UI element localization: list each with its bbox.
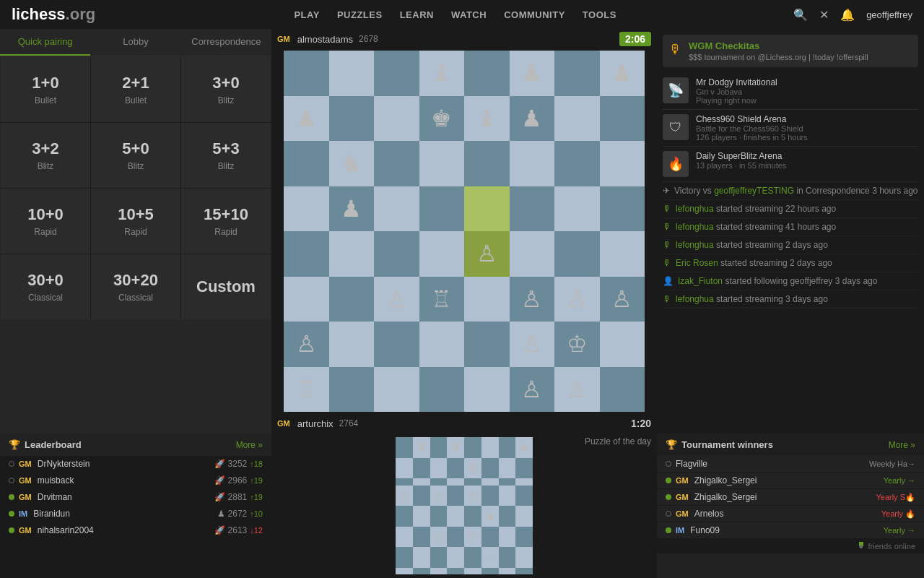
psq xyxy=(396,506,413,527)
list-item[interactable]: GM nihalsarin2004 🚀 2613 ↓12 xyxy=(0,522,271,539)
square-d4 xyxy=(419,231,465,277)
time-30-0[interactable]: 30+0Classical xyxy=(1,254,90,319)
psq: ♛ xyxy=(464,458,481,479)
time-15-10[interactable]: 15+10Rapid xyxy=(181,189,271,254)
time-10-0[interactable]: 10+0Rapid xyxy=(1,189,90,254)
leaderboard-more[interactable]: More » xyxy=(236,440,263,450)
username[interactable]: geoffjeffrey xyxy=(866,9,912,20)
square-d5 xyxy=(419,186,465,232)
activity-link[interactable]: lefonghua xyxy=(676,204,714,214)
main-area: Quick pairing Lobby Correspondence 1+0Bu… xyxy=(0,29,924,578)
list-item[interactable]: Flagville Weekly Ha→ xyxy=(657,456,924,473)
square-a2: ♙ xyxy=(284,322,329,367)
puzzle-area: Puzzle of the day ♜ ♜ ♚ ♛ xyxy=(271,434,657,578)
time-2-1[interactable]: 2+1Bullet xyxy=(91,57,180,122)
player-top-title: GM xyxy=(277,35,290,43)
list-item[interactable]: IM Funo09 Yearly → xyxy=(657,522,924,539)
square-g6 xyxy=(554,141,600,186)
psq xyxy=(396,478,413,486)
time-5-3[interactable]: 5+3Blitz xyxy=(181,123,271,188)
logo[interactable]: lichess.org xyxy=(12,5,95,24)
stream-title: Daily SuperBlitz Arena xyxy=(696,151,918,161)
player-title: GM xyxy=(19,460,32,468)
time-3-0[interactable]: 3+0Blitz xyxy=(181,57,271,122)
time-5-0[interactable]: 5+0Blitz xyxy=(91,123,180,188)
list-item[interactable]: GM muisback 🚀 2966 ↑19 xyxy=(0,473,271,489)
stream-title: Mr Dodgy Invitational xyxy=(696,77,918,87)
activity-link[interactable]: Izak_Fiuton xyxy=(678,276,723,286)
psq xyxy=(481,568,499,575)
activity-link[interactable]: lefonghua xyxy=(676,240,714,250)
tw-prize: Yearly 🔥 xyxy=(881,509,915,519)
activity-link[interactable]: lefonghua xyxy=(676,294,714,304)
square-e3 xyxy=(464,277,510,322)
stream-avatar: 🔥 xyxy=(663,151,689,177)
psq xyxy=(413,486,430,506)
psq xyxy=(430,478,448,486)
square-b5: ♟ xyxy=(329,186,375,232)
stream-item-2[interactable]: 🔥 Daily SuperBlitz Arena 13 players · in… xyxy=(663,147,918,182)
psq xyxy=(499,527,516,548)
tw-title: 🏆 Tournament winners xyxy=(666,439,773,450)
status-dot xyxy=(9,527,14,533)
featured-stream-name[interactable]: WGM Checkitas xyxy=(689,40,868,51)
stream-sub1: Battle for the Chess960 Shield xyxy=(696,124,918,133)
square-c5 xyxy=(374,186,419,232)
activity-link[interactable]: geoffjeffreyTESTING xyxy=(714,186,794,196)
psq xyxy=(430,568,448,575)
puzzle-board[interactable]: ♜ ♜ ♚ ♛ xyxy=(396,437,533,574)
tw-more[interactable]: More » xyxy=(889,440,915,450)
stream-item-1[interactable]: 🛡 Chess960 Shield Arena Battle for the C… xyxy=(663,110,918,147)
online-dot-icon: ● xyxy=(859,542,863,546)
time-3-2[interactable]: 3+2Blitz xyxy=(1,123,90,188)
psq xyxy=(413,527,430,548)
time-30-20[interactable]: 30+20Classical xyxy=(91,254,180,319)
nav-watch[interactable]: WATCH xyxy=(451,9,487,20)
square-a1: ♖ xyxy=(284,367,329,413)
lb-change: ↑19 xyxy=(250,493,263,501)
activity-link[interactable]: lefonghua xyxy=(676,222,714,232)
square-f2: ♙ xyxy=(510,322,555,367)
tab-correspondence[interactable]: Correspondence xyxy=(181,29,271,56)
nav-play[interactable]: PLAY xyxy=(294,9,319,20)
activity-item-6: 🎙 lefonghua started streaming 3 days ago xyxy=(663,290,918,309)
status-dot xyxy=(666,511,671,517)
psq xyxy=(396,458,413,479)
list-item[interactable]: GM DrNykterstein 🚀 3252 ↑18 xyxy=(0,456,271,473)
list-item[interactable]: GM Drvitman 🚀 2881 ↑19 xyxy=(0,489,271,506)
nav-community[interactable]: COMMUNITY xyxy=(504,9,565,20)
list-item[interactable]: GM Zhigalko_Sergei Yearly S🔥 xyxy=(657,489,924,506)
logo-ext: .org xyxy=(66,5,96,23)
square-g1: ♙ xyxy=(554,367,600,413)
square-a7: ♟ xyxy=(284,96,329,142)
list-item[interactable]: GM Zhigalko_Sergei Yearly → xyxy=(657,473,924,489)
game-area: GM almostadams 2678 2:06 ♝ ♟ ♟ ♟ xyxy=(271,29,657,434)
psq: ♜ xyxy=(447,437,464,458)
nav-puzzles[interactable]: PUZZLES xyxy=(337,9,383,20)
psq xyxy=(413,458,430,479)
square-f7: ♟ xyxy=(510,96,555,142)
nav-learn[interactable]: LEARN xyxy=(400,9,434,20)
close-icon[interactable]: ✕ xyxy=(819,8,829,22)
tab-quick-pairing[interactable]: Quick pairing xyxy=(0,29,90,56)
nav-tools[interactable]: TOOLS xyxy=(583,9,616,20)
time-custom[interactable]: Custom xyxy=(181,254,271,319)
square-c2 xyxy=(374,322,419,367)
time-10-5[interactable]: 10+5Rapid xyxy=(91,189,180,254)
activity-text: Izak_Fiuton started following geoffjeffr… xyxy=(678,276,877,286)
activity-text: lefonghua started streaming 41 hours ago xyxy=(676,222,836,232)
activity-link[interactable]: Eric Rosen xyxy=(676,258,718,268)
search-icon[interactable]: 🔍 xyxy=(793,8,808,22)
stream-item-0[interactable]: 📡 Mr Dodgy Invitational Giri v Jobava Pl… xyxy=(663,73,918,110)
status-dot xyxy=(666,478,671,483)
list-item[interactable]: GM Arnelos Yearly 🔥 xyxy=(657,506,924,522)
bell-icon[interactable]: 🔔 xyxy=(840,8,855,22)
psq xyxy=(499,568,516,575)
chess-board[interactable]: ♝ ♟ ♟ ♟ ♚ ♝ ♟ ♞ xyxy=(284,51,645,412)
tab-lobby[interactable]: Lobby xyxy=(90,29,180,56)
player-bottom-name: arturchix xyxy=(297,418,334,429)
list-item[interactable]: IM Biranidun ♟ 2672 ↑10 xyxy=(0,506,271,522)
featured-stream-info: WGM Checkitas $$$ tournament on @Lichess… xyxy=(689,40,868,61)
time-1-0[interactable]: 1+0Bullet xyxy=(1,57,90,122)
featured-stream[interactable]: 🎙 WGM Checkitas $$$ tournament on @Liche… xyxy=(663,35,918,67)
